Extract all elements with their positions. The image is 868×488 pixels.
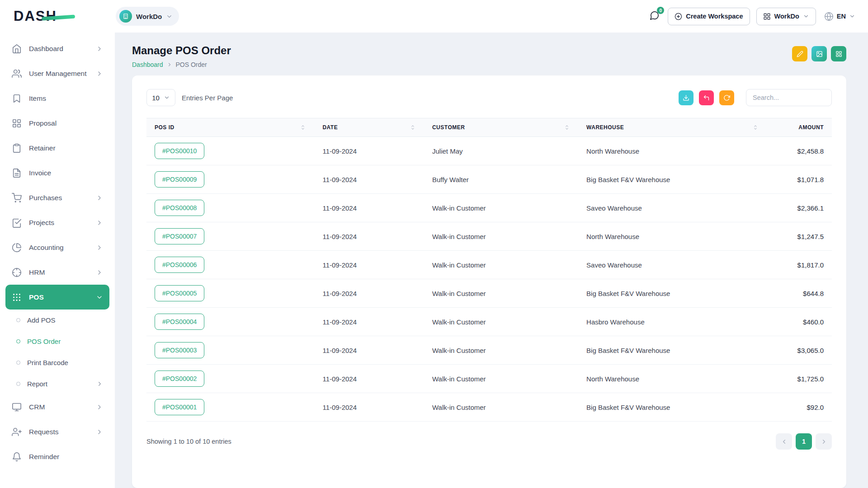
column-header-amount: AMOUNT: [767, 118, 832, 137]
amount-cell: $2,366.1: [767, 194, 832, 222]
warehouse-cell: North Warehouse: [578, 365, 767, 393]
chevron-right-icon: [96, 219, 103, 226]
warehouse-cell: Big Basket F&V Warehouse: [578, 393, 767, 422]
sidebar-item-requests[interactable]: Requests: [5, 419, 109, 444]
sidebar-item-dashboard[interactable]: Dashboard: [5, 36, 109, 61]
pos-id-link[interactable]: #POS00003: [155, 342, 204, 358]
amount-cell: $2,458.8: [767, 137, 832, 165]
sidebar-subitem-report[interactable]: Report: [5, 373, 109, 394]
sidebar-item-projects[interactable]: Projects: [5, 210, 109, 235]
crm-icon: [12, 402, 22, 412]
undo-icon: [703, 94, 710, 101]
sidebar-item-label: Items: [29, 94, 46, 103]
page-1-button[interactable]: 1: [796, 433, 812, 450]
pos-id-link[interactable]: #POS00001: [155, 399, 204, 415]
pos-id-link[interactable]: #POS00009: [155, 171, 204, 188]
apps-grid-button[interactable]: [831, 46, 846, 61]
pos-id-link[interactable]: #POS00008: [155, 200, 204, 216]
sidebar-subitem-label: Print Barcode: [27, 359, 68, 366]
search-input[interactable]: [746, 89, 832, 106]
date-cell: 11-09-2024: [314, 279, 424, 308]
entries-per-page-select[interactable]: 10: [146, 89, 175, 106]
sidebar-item-invoice[interactable]: Invoice: [5, 160, 109, 185]
download-icon: [683, 94, 689, 101]
pos-id-link[interactable]: #POS00004: [155, 314, 204, 330]
sidebar-item-label: Accounting: [29, 244, 64, 252]
language-selector[interactable]: EN: [824, 12, 855, 21]
image-icon: [816, 51, 823, 57]
sidebar-item-user-management[interactable]: User Management: [5, 61, 109, 86]
column-header-warehouse[interactable]: WAREHOUSE: [578, 118, 767, 137]
pos-order-table: POS IDDATECUSTOMERWAREHOUSEAMOUNT #POS00…: [146, 118, 832, 422]
sort-icon: [300, 124, 306, 131]
pos-id-link[interactable]: #POS00006: [155, 257, 204, 273]
grid-icon: [12, 118, 22, 128]
sidebar-item-hrm[interactable]: HRM: [5, 260, 109, 285]
customer-cell: Walk-in Customer: [424, 279, 578, 308]
date-cell: 11-09-2024: [314, 137, 424, 165]
sidebar-item-pos[interactable]: POS: [5, 285, 109, 310]
sidebar-item-retainer[interactable]: Retainer: [5, 136, 109, 160]
warehouse-cell: North Warehouse: [578, 222, 767, 251]
amount-cell: $1,247.5: [767, 222, 832, 251]
apps-menu-button[interactable]: WorkDo: [756, 8, 816, 25]
customer-cell: Walk-in Customer: [424, 393, 578, 422]
create-workspace-button[interactable]: Create Workspace: [668, 8, 750, 25]
sidebar-item-reminder[interactable]: Reminder: [5, 444, 109, 469]
column-header-pos-id[interactable]: POS ID: [146, 118, 314, 137]
brand-logo[interactable]: DASH: [14, 8, 116, 24]
date-cell: 11-09-2024: [314, 365, 424, 393]
sidebar-item-accounting[interactable]: Accounting: [5, 235, 109, 260]
chevron-down-icon: [96, 294, 103, 301]
date-cell: 11-09-2024: [314, 165, 424, 194]
amount-cell: $1,071.8: [767, 165, 832, 194]
chevron-right-icon: [96, 70, 103, 77]
column-header-date[interactable]: DATE: [314, 118, 424, 137]
sidebar-item-crm[interactable]: CRM: [5, 394, 109, 419]
pos-id-link[interactable]: #POS00007: [155, 228, 204, 244]
sidebar-item-proposal[interactable]: Proposal: [5, 111, 109, 136]
column-header-label: DATE: [322, 124, 338, 131]
chevron-right-icon: [96, 428, 103, 436]
export-button[interactable]: [679, 90, 693, 105]
grid-icon: [835, 51, 842, 57]
column-header-customer[interactable]: CUSTOMER: [424, 118, 578, 137]
sidebar-item-label: POS: [29, 293, 44, 301]
pos-table-body: #POS0001011-09-2024Juliet MayNorth Wareh…: [146, 137, 832, 422]
top-header: DASH WorkDo 0 Create Workspace WorkDo: [0, 0, 868, 33]
sidebar-subitem-pos-order[interactable]: POS Order: [5, 331, 109, 352]
main-content: Manage POS Order Dashboard POS Order: [115, 33, 868, 488]
entries-summary: Showing 1 to 10 of 10 entries: [146, 438, 231, 445]
sidebar-item-label: Dashboard: [29, 45, 63, 53]
breadcrumb-dashboard-link[interactable]: Dashboard: [132, 61, 163, 68]
prev-page-button[interactable]: [776, 433, 792, 450]
table-row: #POS0000711-09-2024Walk-in CustomerNorth…: [146, 222, 832, 251]
invoice-icon: [12, 168, 22, 178]
sidebar-subitem-print-barcode[interactable]: Print Barcode: [5, 352, 109, 373]
refresh-button[interactable]: [719, 90, 734, 105]
reset-filter-button[interactable]: [699, 90, 714, 105]
breadcrumb-current: POS Order: [176, 61, 207, 68]
sidebar-item-label: Invoice: [29, 169, 51, 177]
hrm-icon: [12, 267, 22, 277]
edit-theme-button[interactable]: [792, 46, 807, 61]
table-row: #POS0000911-09-2024Buffy WalterBig Baske…: [146, 165, 832, 194]
pos-id-link[interactable]: #POS00005: [155, 285, 204, 301]
messages-button[interactable]: 0: [647, 9, 661, 24]
sidebar-item-purchases[interactable]: Purchases: [5, 185, 109, 210]
sidebar: DashboardUser ManagementItemsProposalRet…: [0, 33, 115, 488]
sidebar-item-label: HRM: [29, 268, 45, 277]
next-page-button[interactable]: [816, 433, 832, 450]
column-header-label: WAREHOUSE: [586, 124, 624, 131]
workspace-name: WorkDo: [136, 13, 162, 20]
sidebar-subitem-label: Add POS: [27, 316, 56, 324]
sidebar-item-items[interactable]: Items: [5, 86, 109, 111]
pos-id-link[interactable]: #POS00010: [155, 143, 204, 159]
sidebar-subitem-add-pos[interactable]: Add POS: [5, 310, 109, 331]
media-gallery-button[interactable]: [811, 46, 827, 61]
pos-id-cell: #POS00003: [146, 336, 314, 365]
customer-cell: Juliet May: [424, 137, 578, 165]
home-icon: [12, 44, 22, 54]
workspace-selector[interactable]: WorkDo: [116, 7, 179, 26]
pos-id-link[interactable]: #POS00002: [155, 371, 204, 387]
